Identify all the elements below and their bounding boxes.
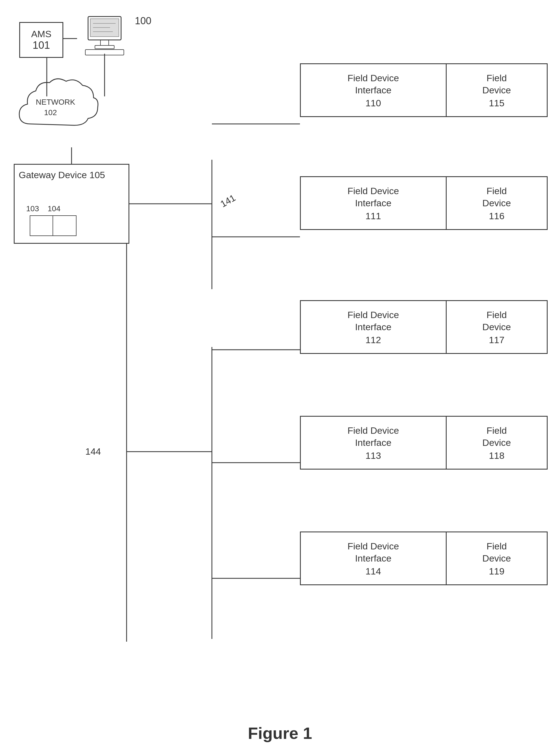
network-cloud: NETWORK 102: [14, 72, 102, 138]
fd-device-117: FieldDevice 117: [447, 301, 547, 353]
fd-interface-113-number: 113: [365, 450, 381, 461]
ams-label: AMS: [31, 28, 52, 39]
fd-interface-111: Field DeviceInterface 111: [301, 177, 447, 229]
fd-interface-112-number: 112: [365, 334, 381, 345]
fd-row-111: Field DeviceInterface 111 FieldDevice 11…: [300, 176, 547, 230]
label-141: 141: [219, 192, 238, 209]
fd-interface-114: Field DeviceInterface 114: [301, 532, 447, 584]
fd-interface-114-label: Field DeviceInterface: [347, 540, 399, 564]
fd-device-119-label: FieldDevice: [482, 540, 511, 564]
fd-interface-112-label: Field DeviceInterface: [347, 309, 399, 333]
svg-rect-17: [95, 45, 114, 49]
fd-interface-110-number: 110: [365, 98, 381, 109]
diagram: AMS 101 100 NETWORK 102: [11, 11, 549, 724]
fd-device-115-number: 115: [489, 98, 504, 109]
fd-device-117-number: 117: [489, 334, 504, 345]
svg-text:NETWORK: NETWORK: [36, 98, 75, 106]
svg-rect-16: [100, 40, 109, 45]
fd-interface-111-number: 111: [365, 211, 381, 222]
ams-number: 101: [33, 39, 50, 51]
svg-rect-18: [85, 50, 124, 55]
svg-text:102: 102: [44, 108, 57, 117]
fd-device-119: FieldDevice 119: [447, 532, 547, 584]
fd-device-118-label: FieldDevice: [482, 424, 511, 449]
fd-interface-111-label: Field DeviceInterface: [347, 185, 399, 209]
computer-number: 100: [135, 15, 151, 27]
fd-interface-110-label: Field DeviceInterface: [347, 72, 399, 96]
fd-interface-110: Field DeviceInterface 110: [301, 64, 447, 116]
fd-row-113: Field DeviceInterface 113 FieldDevice 11…: [300, 416, 547, 469]
fd-interface-112: Field DeviceInterface 112: [301, 301, 447, 353]
fd-device-116-number: 116: [489, 211, 504, 222]
label-144: 144: [85, 446, 101, 457]
fd-interface-114-number: 114: [365, 566, 381, 577]
fd-device-115-label: FieldDevice: [482, 72, 511, 96]
fd-interface-113-label: Field DeviceInterface: [347, 424, 399, 449]
fd-row-114: Field DeviceInterface 114 FieldDevice 11…: [300, 532, 547, 585]
gateway-label: Gateway Device 105: [19, 170, 105, 180]
computer-icon: [80, 14, 129, 58]
fd-device-116-label: FieldDevice: [482, 185, 511, 209]
fd-row-112: Field DeviceInterface 112 FieldDevice 11…: [300, 300, 547, 354]
ams-box: AMS 101: [19, 22, 63, 58]
inner-label-104: 104: [47, 204, 61, 213]
fd-device-116: FieldDevice 116: [447, 177, 547, 229]
fd-interface-113: Field DeviceInterface 113: [301, 417, 447, 469]
figure-caption: Figure 1: [248, 724, 312, 743]
fd-device-118: FieldDevice 118: [447, 417, 547, 469]
fd-device-119-number: 119: [489, 566, 504, 577]
fd-device-115: FieldDevice 115: [447, 64, 547, 116]
gateway-inner: [30, 215, 77, 236]
gateway-box: Gateway Device 105 103 104: [14, 164, 129, 244]
fd-row-110: Field DeviceInterface 110 FieldDevice 11…: [300, 63, 547, 117]
fd-device-118-number: 118: [489, 450, 504, 461]
fd-device-117-label: FieldDevice: [482, 309, 511, 333]
inner-label-103: 103: [26, 204, 39, 213]
